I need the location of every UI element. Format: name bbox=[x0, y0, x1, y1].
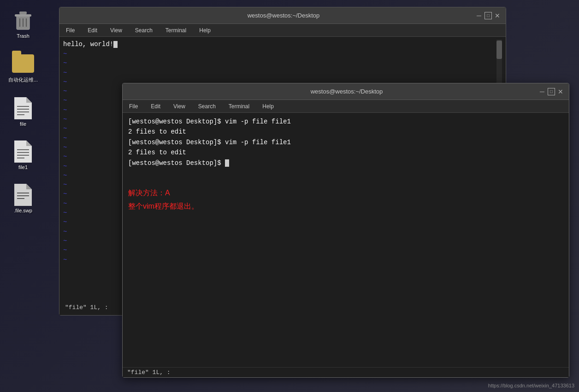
terminal-front-menubar: File Edit View Search Terminal Help bbox=[123, 100, 569, 113]
svg-marker-13 bbox=[26, 140, 32, 146]
window-controls-front: ─ □ ✕ bbox=[538, 88, 564, 95]
vim-status-front: "file" 1L, : bbox=[123, 367, 569, 377]
folder-label: 自动化运维... bbox=[8, 76, 38, 83]
file1-icon bbox=[12, 140, 34, 163]
swp-label: .file.swp bbox=[14, 208, 32, 213]
minimize-button-back[interactable]: ─ bbox=[475, 12, 483, 19]
vim-status-back: "file" 1L, : bbox=[65, 304, 108, 311]
file1-icon-container[interactable]: file1 bbox=[5, 140, 41, 170]
close-button-back[interactable]: ✕ bbox=[494, 12, 501, 19]
terminal-front-content: [westos@westos Desktop]$ vim -p file fil… bbox=[123, 113, 569, 367]
menu-edit-back[interactable]: Edit bbox=[85, 26, 100, 35]
menu-search-front[interactable]: Search bbox=[195, 102, 219, 111]
file-icon bbox=[12, 97, 34, 119]
term-line-2: 2 files to edit bbox=[128, 127, 563, 137]
term-line-4: 2 files to edit bbox=[128, 147, 563, 158]
desktop-icons: Trash 自动化运维... file bbox=[5, 9, 41, 213]
terminal-back-title: westos@westos:~/Desktop bbox=[92, 12, 475, 19]
trash-icon-container[interactable]: Trash bbox=[5, 9, 41, 39]
swp-icon bbox=[12, 184, 34, 206]
red-annotation: 解决方法：A 整个vim程序都退出。 bbox=[128, 187, 563, 213]
menu-file-back[interactable]: File bbox=[63, 26, 77, 35]
maximize-button-front[interactable]: □ bbox=[548, 88, 555, 95]
maximize-button-back[interactable]: □ bbox=[484, 12, 492, 19]
menu-help-back[interactable]: Help bbox=[196, 26, 213, 35]
terminal-front-title: westos@westos:~/Desktop bbox=[155, 88, 538, 95]
file-icon-container[interactable]: file bbox=[5, 97, 41, 127]
terminal-front-window: westos@westos:~/Desktop ─ □ ✕ File Edit … bbox=[122, 83, 569, 378]
menu-view-back[interactable]: View bbox=[107, 26, 125, 35]
folder-icon-container[interactable]: 自动化运维... bbox=[5, 53, 41, 83]
terminal-front-titlebar[interactable]: westos@westos:~/Desktop ─ □ ✕ bbox=[123, 83, 569, 100]
minimize-button-front[interactable]: ─ bbox=[538, 88, 546, 95]
menu-view-front[interactable]: View bbox=[171, 102, 188, 111]
file1-label: file1 bbox=[18, 164, 28, 170]
watermark: https://blog.csdn.net/weixin_47133613 bbox=[488, 383, 574, 388]
svg-marker-7 bbox=[26, 97, 32, 103]
term-line-3: [westos@westos Desktop]$ vim -p file fil… bbox=[128, 137, 563, 147]
terminal-back-line1: hello, world! bbox=[63, 40, 502, 49]
vim-status-text-front: "file" 1L, : bbox=[127, 369, 171, 376]
folder-icon bbox=[12, 53, 34, 75]
desktop: Trash 自动化运维... file bbox=[0, 0, 579, 392]
swp-icon-container[interactable]: .file.swp bbox=[5, 184, 41, 213]
menu-terminal-back[interactable]: Terminal bbox=[163, 26, 189, 35]
trash-icon bbox=[12, 9, 34, 31]
term-line-5: [westos@westos Desktop]$ bbox=[128, 158, 563, 168]
svg-rect-2 bbox=[19, 12, 27, 14]
menu-file-front[interactable]: File bbox=[126, 102, 141, 111]
file-label: file bbox=[20, 121, 26, 127]
close-button-front[interactable]: ✕ bbox=[557, 88, 564, 95]
terminal-back-titlebar[interactable]: westos@westos:~/Desktop ─ □ ✕ bbox=[59, 7, 506, 24]
terminal-back-menubar: File Edit View Search Terminal Help bbox=[59, 24, 506, 37]
red-line-1: 解决方法：A bbox=[128, 187, 563, 200]
window-controls-back: ─ □ ✕ bbox=[475, 12, 501, 19]
menu-search-back[interactable]: Search bbox=[132, 26, 155, 35]
term-line-1: [westos@westos Desktop]$ vim -p file fil… bbox=[128, 117, 563, 127]
menu-help-front[interactable]: Help bbox=[260, 102, 277, 111]
menu-terminal-front[interactable]: Terminal bbox=[226, 102, 252, 111]
trash-label: Trash bbox=[17, 33, 30, 39]
svg-marker-19 bbox=[26, 184, 32, 189]
menu-edit-front[interactable]: Edit bbox=[148, 102, 163, 111]
svg-rect-1 bbox=[15, 14, 31, 17]
red-line-2: 整个vim程序都退出。 bbox=[128, 200, 563, 213]
